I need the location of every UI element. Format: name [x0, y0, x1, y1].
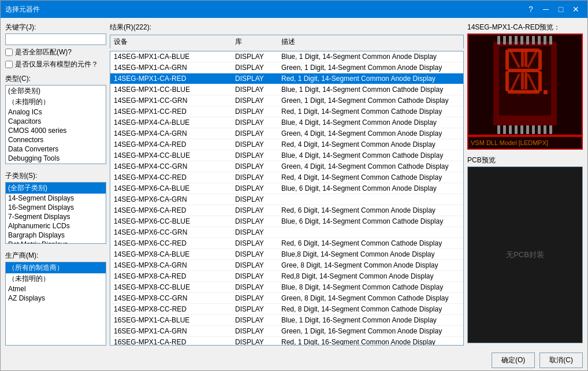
subcategory-item-4[interactable]: Alphanumeric LCDs	[6, 221, 106, 231]
col-device: 设备	[113, 36, 234, 47]
close-button[interactable]: ✕	[569, 3, 583, 15]
table-cell-desc: Red,8 Digit, 14-Segment Common Anode Dis…	[280, 272, 461, 281]
table-cell-desc: Blue, 8 Digit, 14-Segment Common Cathode…	[280, 283, 461, 292]
table-row[interactable]: 16SEG-MPX1-CA-REDDISPLAYRed, 1 Digit, 16…	[110, 337, 463, 346]
table-cell-library: DISPLAY	[234, 239, 280, 248]
table-row[interactable]: 14SEG-MPX6-CA-BLUEDISPLAYBlue, 6 Digit, …	[110, 183, 463, 194]
category-item-4[interactable]: CMOS 4000 series	[6, 126, 106, 135]
table-row[interactable]: 16SEG-MPX1-CA-GRNDISPLAYGreen, 1 Digit, …	[110, 326, 463, 337]
svg-rect-21	[509, 125, 512, 134]
table-cell-desc: Blue, 6 Digit, 14-Segment Common Cathode…	[280, 217, 461, 226]
category-item-3[interactable]: Capacitors	[6, 117, 106, 126]
category-item-0[interactable]: (全部类别)	[6, 86, 106, 97]
category-item-1[interactable]: （未指明的）	[6, 97, 106, 107]
category-listbox[interactable]: (全部类别)（未指明的）Analog ICsCapacitorsCMOS 400…	[5, 85, 106, 164]
subcategory-item-6[interactable]: Dot Matrix Displays	[6, 240, 106, 244]
table-row[interactable]: 14SEG-MPX6-CC-BLUEDISPLAYBlue, 6 Digit, …	[110, 216, 463, 227]
manufacturer-listbox[interactable]: （所有的制造商）（未指明的）AtmelAZ Displays	[5, 262, 106, 346]
table-cell-device: 14SEG-MPX4-CC-RED	[113, 173, 234, 182]
table-row[interactable]: 14SEG-MPX8-CA-BLUEDISPLAYBlue,8 Digit, 1…	[110, 249, 463, 260]
table-row[interactable]: 14SEG-MPX6-CC-GRNDISPLAY	[110, 227, 463, 238]
component-preview-label: 14SEG-MPX1-CA-RED预览：	[467, 23, 583, 32]
manufacturer-item-0[interactable]: （所有的制造商）	[6, 262, 106, 273]
table-cell-library: DISPLAY	[234, 228, 280, 237]
svg-rect-27	[544, 125, 546, 134]
table-row[interactable]: 14SEG-MPX8-CC-GRNDISPLAYGreen, 8 Digit, …	[110, 293, 463, 304]
table-header: 设备 库 描述	[110, 35, 464, 49]
table-cell-desc: Green, 4 Digit, 14-Segment Common Anode …	[280, 129, 461, 138]
footer: 确定(O) 取消(C)	[1, 350, 587, 370]
table-cell-library: DISPLAY	[234, 337, 280, 346]
subcategory-item-0[interactable]: (全部子类别)	[6, 183, 106, 194]
table-cell-desc: Blue, 1 Digit, 16-Segment Common Anode D…	[280, 316, 461, 325]
table-row[interactable]: 14SEG-MPX6-CA-REDDISPLAYRed, 6 Digit, 14…	[110, 205, 463, 216]
table-row[interactable]: 14SEG-MPX8-CA-GRNDISPLAYGree, 8 Digit, 1…	[110, 260, 463, 271]
table-cell-desc: Red, 4 Digit, 14-Segment Common Cathode …	[280, 173, 461, 182]
maximize-button[interactable]: □	[554, 3, 568, 15]
svg-rect-29	[497, 36, 500, 44]
svg-rect-25	[532, 125, 535, 134]
category-item-7[interactable]: Debugging Tools	[6, 154, 106, 163]
subcategory-listbox[interactable]: (全部子类别)14-Segment Displays16-Segment Dis…	[5, 182, 106, 244]
table-cell-library: DISPLAY	[234, 85, 280, 94]
table-cell-library: DISPLAY	[234, 283, 280, 292]
model-only-checkbox[interactable]	[5, 61, 13, 68]
table-cell-library: DISPLAY	[234, 217, 280, 226]
table-cell-device: 14SEG-MPX8-CC-RED	[113, 305, 234, 314]
category-item-5[interactable]: Connectors	[6, 135, 106, 144]
table-row[interactable]: 14SEG-MPX8-CA-REDDISPLAYRed,8 Digit, 14-…	[110, 271, 463, 282]
table-row[interactable]: 14SEG-MPX8-CC-BLUEDISPLAYBlue, 8 Digit, …	[110, 282, 463, 293]
keyword-input[interactable]	[5, 34, 106, 45]
manufacturer-item-3[interactable]: AZ Displays	[6, 294, 106, 303]
table-cell-library: DISPLAY	[234, 195, 280, 204]
subcategory-item-2[interactable]: 16-Segment Displays	[6, 203, 106, 212]
table-row[interactable]: 14SEG-MPX1-CA-GRNDISPLAYGreen, 1 Digit, …	[110, 62, 463, 73]
subcategory-item-1[interactable]: 14-Segment Displays	[6, 194, 106, 203]
table-cell-library: DISPLAY	[234, 250, 280, 259]
table-cell-desc: Red, 6 Digit, 14-Segment Common Anode Di…	[280, 206, 461, 215]
table-row[interactable]: 14SEG-MPX6-CC-REDDISPLAYRed, 6 Digit, 14…	[110, 238, 463, 249]
table-row[interactable]: 14SEG-MPX4-CA-BLUEDISPLAYBlue, 4 Digit, …	[110, 117, 463, 128]
category-item-6[interactable]: Data Converters	[6, 144, 106, 154]
table-cell-device: 14SEG-MPX8-CC-GRN	[113, 294, 234, 303]
table-row[interactable]: 14SEG-MPX1-CC-BLUEDISPLAYBlue, 1 Digit, …	[110, 84, 463, 95]
table-row[interactable]: 14SEG-MPX4-CC-REDDISPLAYRed, 4 Digit, 14…	[110, 172, 463, 183]
table-cell-device: 16SEG-MPX1-CA-BLUE	[113, 316, 234, 325]
table-row[interactable]: 14SEG-MPX8-CC-REDDISPLAYRed, 8 Digit, 14…	[110, 304, 463, 315]
model-only-label: 是否仅显示有模型的元件？	[15, 60, 98, 69]
table-cell-desc: Red, 1 Digit, 14-Segment Common Cathode …	[280, 107, 461, 116]
table-row[interactable]: 14SEG-MPX1-CA-REDDISPLAYRed, 1 Digit, 14…	[110, 73, 463, 84]
table-cell-desc: Red, 1 Digit, 14-Segment Common Anode Di…	[280, 74, 461, 83]
table-row[interactable]: 14SEG-MPX1-CC-GRNDISPLAYGreen, 1 Digit, …	[110, 95, 463, 106]
table-cell-library: DISPLAY	[234, 305, 280, 314]
cancel-button[interactable]: 取消(C)	[539, 353, 583, 368]
table-row[interactable]: 14SEG-MPX4-CC-GRNDISPLAYGreen, 4 Digit, …	[110, 161, 463, 172]
table-row[interactable]: 14SEG-MPX1-CC-REDDISPLAYRed, 1 Digit, 14…	[110, 106, 463, 117]
results-table[interactable]: 14SEG-MPX1-CA-BLUEDISPLAYBlue, 1 Digit, …	[110, 51, 464, 346]
ok-button[interactable]: 确定(O)	[492, 353, 535, 368]
svg-rect-10	[521, 50, 524, 67]
minimize-button[interactable]: ─	[539, 3, 553, 15]
all-match-checkbox[interactable]	[5, 49, 13, 56]
table-cell-device: 14SEG-MPX8-CA-RED	[113, 272, 234, 281]
table-row[interactable]: 16SEG-MPX1-CA-BLUEDISPLAYBlue, 1 Digit, …	[110, 315, 463, 326]
table-cell-device: 14SEG-MPX6-CC-RED	[113, 239, 234, 248]
table-row[interactable]: 14SEG-MPX1-CA-BLUEDISPLAYBlue, 1 Digit, …	[110, 51, 463, 62]
manufacturer-item-1[interactable]: （未指明的）	[6, 273, 106, 284]
category-item-8[interactable]: Diodes	[6, 163, 106, 164]
help-button[interactable]: ?	[524, 3, 538, 15]
table-cell-library: DISPLAY	[234, 140, 280, 149]
table-row[interactable]: 14SEG-MPX4-CA-GRNDISPLAYGreen, 4 Digit, …	[110, 128, 463, 139]
svg-rect-31	[509, 36, 512, 44]
table-cell-desc	[280, 195, 461, 204]
table-cell-desc: Green, 8 Digit, 14-Segment Common Cathod…	[280, 294, 461, 303]
subcategory-item-5[interactable]: Bargraph Displays	[6, 231, 106, 240]
svg-rect-36	[538, 36, 541, 44]
table-row[interactable]: 14SEG-MPX6-CA-GRNDISPLAY	[110, 194, 463, 205]
table-row[interactable]: 14SEG-MPX4-CC-BLUEDISPLAYBlue, 4 Digit, …	[110, 150, 463, 161]
subcategory-item-3[interactable]: 7-Segment Displays	[6, 212, 106, 221]
table-row[interactable]: 14SEG-MPX4-CA-REDDISPLAYRed, 4 Digit, 14…	[110, 139, 463, 150]
manufacturer-item-2[interactable]: Atmel	[6, 284, 106, 294]
category-item-2[interactable]: Analog ICs	[6, 107, 106, 117]
table-cell-device: 14SEG-MPX1-CA-GRN	[113, 63, 234, 72]
